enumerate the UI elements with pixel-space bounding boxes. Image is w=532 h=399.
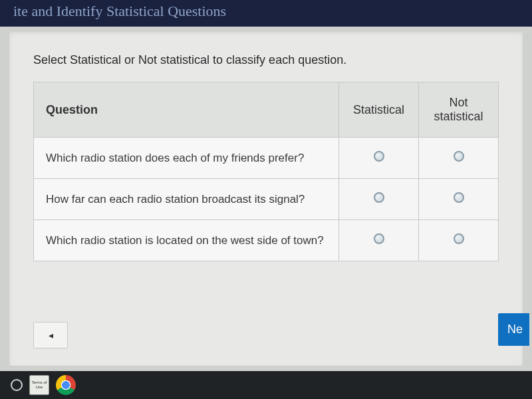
- radio-cell-stat: [339, 138, 419, 179]
- radio-statistical-0[interactable]: [374, 151, 384, 162]
- back-button[interactable]: ◂: [33, 322, 68, 348]
- header-question: Question: [34, 82, 339, 138]
- radio-cell-notstat: [419, 220, 499, 261]
- app-header: ite and Identify Statistical Questions: [0, 0, 532, 27]
- terms-label: Terms of Use: [30, 380, 49, 390]
- radio-cell-notstat: [419, 138, 499, 179]
- table-row: Which radio station does each of my frie…: [34, 138, 499, 179]
- header-statistical: Statistical: [339, 82, 419, 138]
- table-row: How far can each radio station broadcast…: [34, 179, 499, 220]
- header-not-statistical: Not statistical: [419, 82, 499, 138]
- os-circle-icon[interactable]: [11, 379, 23, 391]
- content-panel: Select Statistical or Not statistical to…: [9, 32, 523, 366]
- question-cell: How far can each radio station broadcast…: [34, 179, 339, 220]
- classification-table: Question Statistical Not statistical Whi…: [33, 82, 499, 261]
- header-title: ite and Identify Statistical Questions: [13, 3, 226, 19]
- instruction-text: Select Statistical or Not statistical to…: [33, 53, 499, 67]
- back-icon: ◂: [49, 330, 53, 340]
- radio-notstatistical-2[interactable]: [454, 233, 464, 244]
- radio-notstatistical-1[interactable]: [454, 192, 464, 203]
- taskbar: Terms of Use: [0, 371, 532, 399]
- chrome-icon[interactable]: [56, 375, 76, 395]
- radio-notstatistical-0[interactable]: [454, 151, 464, 162]
- terms-of-use-icon[interactable]: Terms of Use: [29, 375, 49, 395]
- radio-statistical-2[interactable]: [374, 233, 384, 244]
- next-label: Ne: [507, 323, 523, 336]
- radio-cell-stat: [339, 179, 419, 220]
- radio-cell-notstat: [419, 179, 499, 220]
- next-button[interactable]: Ne: [498, 313, 529, 346]
- table-header-row: Question Statistical Not statistical: [34, 82, 499, 138]
- radio-cell-stat: [339, 220, 419, 261]
- question-cell: Which radio station does each of my frie…: [34, 138, 339, 179]
- table-row: Which radio station is located on the we…: [34, 220, 499, 261]
- question-cell: Which radio station is located on the we…: [34, 220, 339, 261]
- radio-statistical-1[interactable]: [374, 192, 384, 203]
